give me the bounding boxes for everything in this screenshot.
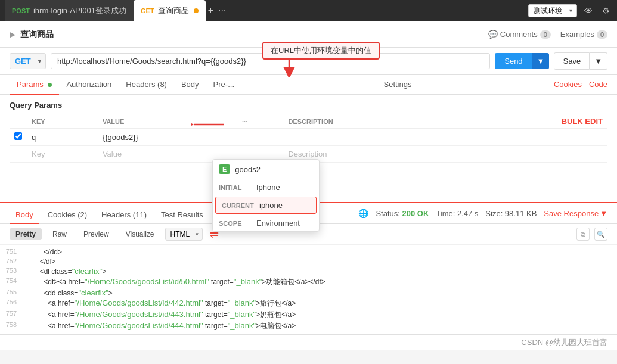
url-annotation: 在URL中使用环境变量中的值 bbox=[262, 42, 380, 60]
bottom-tab-test-results[interactable]: Test Results bbox=[155, 207, 209, 224]
tab-post[interactable]: POST ihrm-login-API001登录成功 bbox=[5, 0, 134, 21]
param-desc[interactable] bbox=[283, 129, 451, 146]
row-dots bbox=[237, 129, 283, 146]
tab-body[interactable]: Body bbox=[174, 75, 206, 95]
code-line-757: 757 <a href="/Home/Goods/goodsList/id/44… bbox=[0, 309, 617, 321]
method-post-label: POST bbox=[12, 7, 30, 14]
bulk-edit-label: Bulk Edit bbox=[562, 117, 603, 126]
initial-value: Iphone bbox=[256, 183, 280, 192]
env-selector-wrapper[interactable]: 测试环境 bbox=[528, 4, 577, 17]
search-icon[interactable]: 🔍 bbox=[594, 228, 607, 241]
line-num-757: 757 bbox=[0, 310, 24, 317]
examples-label: Examples bbox=[560, 30, 594, 39]
new-key-placeholder[interactable]: Key bbox=[27, 146, 98, 163]
send-group: Send ▼ bbox=[495, 53, 549, 69]
params-dot bbox=[48, 83, 52, 87]
headers-label: Headers (8) bbox=[126, 80, 167, 89]
param-key-q[interactable]: q bbox=[27, 129, 98, 146]
line-num-756: 756 bbox=[0, 298, 24, 306]
globe-icon: 🌐 bbox=[358, 209, 368, 218]
tab-dot bbox=[194, 8, 199, 13]
tab-add-button[interactable]: + bbox=[206, 3, 216, 18]
request-name: 查询商品 bbox=[20, 29, 54, 40]
code-line-754: 754 <dt><a href="/Home/Goods/goodsList/i… bbox=[0, 276, 617, 288]
bottom-tab-right: 🌐 Status: 200 OK Time: 2.47 s Size: 98.1… bbox=[358, 209, 607, 222]
format-select-wrapper[interactable]: HTML bbox=[165, 228, 203, 241]
pretty-button[interactable]: Pretty bbox=[10, 228, 42, 240]
line-num-752: 752 bbox=[0, 257, 24, 265]
line-num-753: 753 bbox=[0, 267, 24, 274]
authorization-label: Authorization bbox=[66, 80, 111, 89]
method-wrapper[interactable]: GET bbox=[10, 53, 46, 69]
bulk-edit-btn[interactable]: Bulk Edit bbox=[451, 114, 607, 129]
annotation-text: 在URL中使用环境变量中的值 bbox=[271, 46, 371, 55]
method-get-label: GET bbox=[141, 7, 154, 14]
method-selector[interactable]: GET bbox=[10, 53, 46, 69]
popup-current-row: CURRENT iphone bbox=[215, 197, 317, 214]
code-link[interactable]: Code bbox=[589, 80, 607, 89]
gear-icon[interactable]: ⚙ bbox=[600, 4, 612, 18]
save-dropdown-button[interactable]: ▼ bbox=[590, 52, 607, 70]
bottom-tab-body[interactable]: Body bbox=[10, 207, 39, 224]
pre-label: Pre-... bbox=[213, 80, 234, 89]
line-content-757: <a href="/Home/Goods/goodsList/id/443.ht… bbox=[24, 310, 296, 320]
tab-headers[interactable]: Headers (8) bbox=[119, 75, 174, 95]
tab-bar-actions: 测试环境 👁 ⚙ bbox=[528, 4, 612, 18]
env-selector[interactable]: 测试环境 bbox=[528, 4, 577, 17]
col-check bbox=[10, 114, 27, 129]
params-label: Params bbox=[17, 80, 44, 89]
line-num-751: 751 bbox=[0, 248, 24, 255]
preview-button[interactable]: Preview bbox=[77, 228, 115, 240]
bottom-tab-headers[interactable]: Headers (11) bbox=[95, 207, 153, 224]
code-line-756: 756 <a href="/Home/Goods/goodsList/id/44… bbox=[0, 298, 617, 309]
code-line-755: 755 <dd class="clearfix"> bbox=[0, 288, 617, 298]
save-response-button[interactable]: Save Response ▼ bbox=[544, 209, 607, 218]
line-content-753: <dl class="clearfix"> bbox=[24, 267, 106, 276]
popup-initial-row: INITIAL Iphone bbox=[213, 179, 319, 195]
scope-label: SCOPE bbox=[219, 220, 252, 227]
code-line-753: 753 <dl class="clearfix"> bbox=[0, 266, 617, 276]
line-content-756: <a href="/Home/Goods/goodsList/id/442.ht… bbox=[24, 298, 296, 309]
current-value: iphone bbox=[259, 201, 283, 210]
popup-env-badge: E bbox=[219, 164, 230, 174]
status-ok: 200 OK bbox=[402, 209, 429, 218]
comments-button[interactable]: 💬 Comments 0 bbox=[488, 30, 551, 39]
eye-icon[interactable]: 👁 bbox=[582, 4, 595, 18]
comments-label: Comments bbox=[500, 30, 538, 39]
tab-params[interactable]: Params bbox=[10, 75, 59, 95]
tab-more-button[interactable]: ··· bbox=[216, 3, 228, 18]
col-key: KEY bbox=[27, 114, 98, 129]
footer-text: CSDN @幼儿园大班首富 bbox=[521, 337, 607, 348]
scope-value: Environment bbox=[256, 219, 300, 228]
initial-label: INITIAL bbox=[219, 184, 252, 191]
examples-count: 0 bbox=[597, 30, 607, 39]
examples-button[interactable]: Examples 0 bbox=[560, 30, 607, 39]
new-row-extra bbox=[451, 146, 607, 163]
send-button[interactable]: Send bbox=[495, 53, 532, 69]
send-dropdown-button[interactable]: ▼ bbox=[532, 53, 550, 69]
annotation-container: 在URL中使用环境变量中的值 bbox=[262, 42, 380, 77]
cookies-link[interactable]: Cookies bbox=[554, 80, 582, 89]
line-content-752: </dl> bbox=[24, 257, 55, 266]
row-extra bbox=[451, 129, 607, 146]
popup-env-name: goods2 bbox=[235, 165, 261, 174]
copy-icon[interactable]: ⧉ bbox=[576, 228, 590, 241]
tab-authorization[interactable]: Authorization bbox=[59, 75, 119, 95]
line-num-755: 755 bbox=[0, 288, 24, 295]
popup-scope-row: SCOPE Environment bbox=[213, 215, 319, 231]
line-num-758: 758 bbox=[0, 321, 24, 328]
settings-tab[interactable]: Settings bbox=[383, 75, 411, 94]
save-group: Save ▼ bbox=[554, 52, 607, 70]
line-content-758: <a href="/Home/Goods/goodsList/id/444.ht… bbox=[24, 321, 296, 331]
row-checkbox[interactable] bbox=[14, 132, 22, 140]
row-checkbox-cell[interactable] bbox=[10, 129, 27, 146]
format-select[interactable]: HTML bbox=[165, 228, 203, 241]
visualize-button[interactable]: Visualize bbox=[120, 228, 160, 240]
tab-pre[interactable]: Pre-... bbox=[206, 75, 241, 95]
params-table: KEY VALUE ··· DESCRIPTION Bulk Edit q {{… bbox=[10, 114, 607, 163]
tab-get[interactable]: GET 查询商品 bbox=[134, 0, 206, 21]
bottom-tab-cookies[interactable]: Cookies (2) bbox=[42, 207, 93, 224]
raw-button[interactable]: Raw bbox=[46, 228, 73, 240]
save-button[interactable]: Save bbox=[554, 52, 590, 70]
breadcrumb-arrow: ▶ bbox=[10, 30, 15, 39]
